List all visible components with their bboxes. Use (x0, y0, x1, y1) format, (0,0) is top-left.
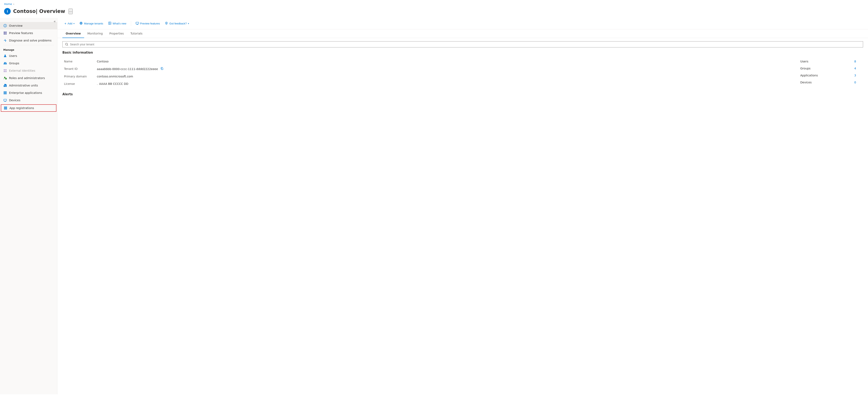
sidebar-item-external-identities[interactable]: External Identities (0, 67, 57, 74)
whats-new-button[interactable]: What's new (106, 20, 128, 27)
table-row: Groups 4 (798, 65, 859, 72)
breadcrumb-separator: › (13, 2, 14, 5)
devices-icon (3, 98, 7, 102)
svg-rect-33 (6, 108, 7, 108)
svg-rect-18 (4, 91, 4, 92)
sidebar-item-enterprise-apps[interactable]: Enterprise applications (0, 89, 57, 96)
table-row: Users 8 (798, 58, 859, 65)
preview-features-button[interactable]: Preview features (133, 20, 162, 27)
page-title: Contoso| Overview (13, 8, 65, 14)
search-input[interactable] (70, 43, 860, 46)
svg-rect-12 (5, 71, 6, 72)
manage-tenants-button[interactable]: Manage tenants (78, 20, 105, 27)
table-row: Name Contoso (62, 58, 789, 65)
tab-overview[interactable]: Overview (62, 29, 84, 38)
sidebar-collapse-button[interactable]: « (54, 20, 56, 23)
svg-point-13 (4, 77, 5, 78)
table-row: License . AAAA BB CCCCC DD (62, 80, 789, 87)
search-box (62, 41, 863, 48)
devices-stat-value[interactable]: 0 (845, 79, 859, 86)
breadcrumb: Home › (0, 0, 868, 6)
svg-rect-23 (6, 92, 6, 93)
more-options-button[interactable]: ··· (68, 9, 73, 14)
add-icon: + (64, 22, 66, 26)
tab-monitoring[interactable]: Monitoring (84, 29, 106, 38)
svg-point-6 (4, 55, 6, 56)
users-stat-value[interactable]: 8 (845, 58, 859, 65)
license-label: License (62, 80, 95, 87)
groups-icon (3, 61, 7, 65)
svg-rect-27 (4, 99, 6, 101)
primary-domain-label: Primary domain (62, 73, 95, 80)
sidebar-item-groups[interactable]: Groups (0, 60, 57, 67)
enterprise-apps-icon (3, 91, 7, 95)
table-row: Applications 3 (798, 72, 859, 79)
overview-icon: i (3, 24, 7, 28)
sidebar-item-app-registrations[interactable]: App registrations (1, 104, 56, 112)
diagnose-icon (3, 38, 7, 42)
svg-rect-30 (6, 107, 7, 107)
manage-section-header: Manage (0, 46, 57, 52)
name-value: Contoso (95, 58, 789, 65)
preview-features-label: Preview features (9, 31, 33, 35)
svg-rect-42 (161, 68, 163, 69)
tab-properties[interactable]: Properties (106, 29, 127, 38)
search-icon (65, 43, 68, 46)
copy-icon[interactable] (160, 67, 163, 70)
tenant-id-label: Tenant ID (62, 65, 95, 73)
got-feedback-icon (165, 22, 168, 26)
whats-new-icon (108, 22, 112, 26)
svg-point-7 (4, 62, 5, 63)
svg-rect-15 (4, 85, 5, 87)
sidebar-item-admin-units[interactable]: Administrative units (0, 82, 57, 89)
name-label: Name (62, 58, 95, 65)
groups-stat-value[interactable]: 4 (845, 65, 859, 72)
got-feedback-button[interactable]: Got feedback? ▾ (163, 20, 191, 27)
svg-rect-28 (4, 107, 5, 107)
alerts-section: Alerts (62, 92, 863, 96)
tabs: Overview Monitoring Properties Tutorials (58, 29, 868, 38)
svg-rect-32 (5, 108, 6, 108)
sidebar-item-roles-administrators[interactable]: Roles and administrators (0, 74, 57, 82)
applications-stat-value[interactable]: 3 (845, 72, 859, 79)
tab-tutorials[interactable]: Tutorials (127, 29, 146, 38)
add-button[interactable]: + Add ▾ (62, 21, 76, 27)
admin-units-icon (3, 84, 7, 87)
svg-text:i: i (5, 25, 5, 27)
breadcrumb-home[interactable]: Home (4, 2, 12, 5)
basic-info-left: Name Contoso Tenant ID aaaabbbb-0000-ccc… (62, 58, 789, 92)
svg-rect-25 (5, 93, 5, 94)
svg-rect-36 (6, 109, 7, 110)
app-registrations-icon (4, 106, 7, 110)
sidebar-item-diagnose[interactable]: Diagnose and solve problems (0, 37, 57, 44)
page-icon: i (4, 8, 11, 15)
svg-rect-5 (5, 33, 6, 34)
svg-rect-11 (4, 71, 5, 72)
table-row: Devices 0 (798, 79, 859, 86)
svg-point-8 (5, 62, 6, 63)
preview-features-icon (136, 22, 139, 26)
sidebar-item-devices[interactable]: Devices (0, 96, 57, 104)
sidebar-item-users[interactable]: Users (0, 52, 57, 60)
preview-features-icon (3, 31, 7, 35)
add-chevron-icon: ▾ (73, 22, 74, 25)
svg-rect-4 (4, 33, 5, 34)
sidebar-item-overview[interactable]: i Overview (0, 22, 57, 29)
svg-rect-35 (5, 109, 6, 110)
basic-info-title: Basic information (62, 51, 863, 54)
sidebar-divider (3, 45, 54, 45)
svg-rect-3 (5, 32, 6, 33)
sidebar-item-preview-features[interactable]: Preview features (0, 29, 57, 37)
roles-label: Roles and administrators (9, 77, 45, 80)
svg-rect-2 (4, 32, 5, 33)
svg-rect-24 (4, 93, 4, 94)
basic-info-section: Basic information Name Contoso Tenant ID (62, 51, 863, 92)
svg-rect-9 (4, 69, 5, 70)
svg-rect-39 (136, 22, 139, 24)
devices-stat-label: Devices (798, 79, 844, 86)
svg-rect-21 (4, 92, 4, 93)
main-content: + Add ▾ Manage tenants What's new (58, 18, 868, 394)
primary-domain-value: contoso.onmicrosoft.com (95, 73, 789, 80)
applications-stat-label: Applications (798, 72, 844, 79)
svg-point-14 (5, 78, 7, 80)
